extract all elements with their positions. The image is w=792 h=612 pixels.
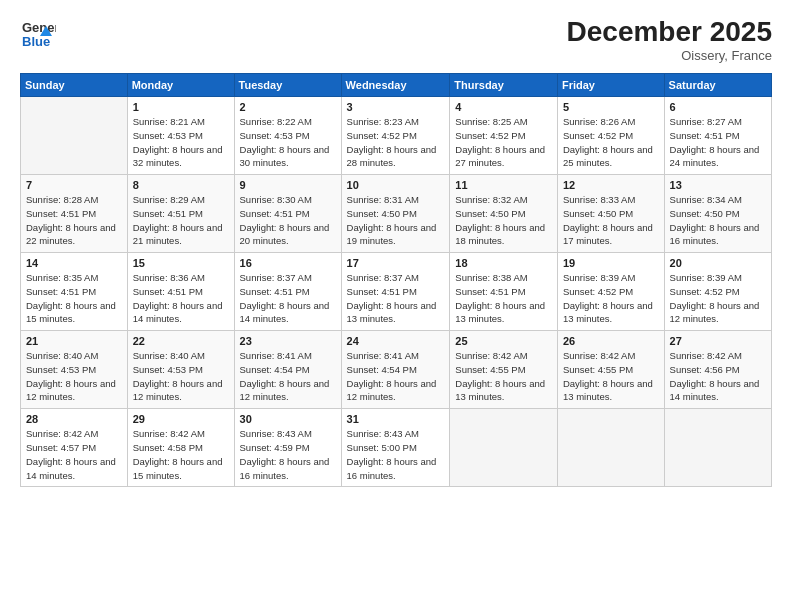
week-row-3: 14Sunrise: 8:35 AMSunset: 4:51 PMDayligh…	[21, 253, 772, 331]
day-number: 21	[26, 335, 122, 347]
day-cell: 5Sunrise: 8:26 AMSunset: 4:52 PMDaylight…	[557, 97, 664, 175]
day-number: 8	[133, 179, 229, 191]
week-row-1: 1Sunrise: 8:21 AMSunset: 4:53 PMDaylight…	[21, 97, 772, 175]
day-cell: 26Sunrise: 8:42 AMSunset: 4:55 PMDayligh…	[557, 331, 664, 409]
day-number: 25	[455, 335, 552, 347]
day-cell: 12Sunrise: 8:33 AMSunset: 4:50 PMDayligh…	[557, 175, 664, 253]
day-cell: 2Sunrise: 8:22 AMSunset: 4:53 PMDaylight…	[234, 97, 341, 175]
day-number: 15	[133, 257, 229, 269]
day-number: 26	[563, 335, 659, 347]
day-header-friday: Friday	[557, 74, 664, 97]
day-detail: Sunrise: 8:42 AMSunset: 4:55 PMDaylight:…	[563, 349, 659, 404]
day-detail: Sunrise: 8:21 AMSunset: 4:53 PMDaylight:…	[133, 115, 229, 170]
day-cell	[450, 409, 558, 487]
day-cell: 15Sunrise: 8:36 AMSunset: 4:51 PMDayligh…	[127, 253, 234, 331]
day-header-thursday: Thursday	[450, 74, 558, 97]
week-row-5: 28Sunrise: 8:42 AMSunset: 4:57 PMDayligh…	[21, 409, 772, 487]
day-detail: Sunrise: 8:40 AMSunset: 4:53 PMDaylight:…	[133, 349, 229, 404]
day-number: 18	[455, 257, 552, 269]
day-detail: Sunrise: 8:43 AMSunset: 5:00 PMDaylight:…	[347, 427, 445, 482]
week-row-2: 7Sunrise: 8:28 AMSunset: 4:51 PMDaylight…	[21, 175, 772, 253]
day-number: 9	[240, 179, 336, 191]
day-number: 28	[26, 413, 122, 425]
logo: General Blue	[20, 16, 56, 52]
day-number: 4	[455, 101, 552, 113]
day-detail: Sunrise: 8:41 AMSunset: 4:54 PMDaylight:…	[240, 349, 336, 404]
day-cell: 23Sunrise: 8:41 AMSunset: 4:54 PMDayligh…	[234, 331, 341, 409]
day-cell	[557, 409, 664, 487]
day-detail: Sunrise: 8:39 AMSunset: 4:52 PMDaylight:…	[563, 271, 659, 326]
day-number: 29	[133, 413, 229, 425]
day-detail: Sunrise: 8:37 AMSunset: 4:51 PMDaylight:…	[347, 271, 445, 326]
day-detail: Sunrise: 8:30 AMSunset: 4:51 PMDaylight:…	[240, 193, 336, 248]
day-number: 12	[563, 179, 659, 191]
day-detail: Sunrise: 8:42 AMSunset: 4:55 PMDaylight:…	[455, 349, 552, 404]
day-number: 14	[26, 257, 122, 269]
day-number: 24	[347, 335, 445, 347]
day-cell: 13Sunrise: 8:34 AMSunset: 4:50 PMDayligh…	[664, 175, 771, 253]
day-number: 11	[455, 179, 552, 191]
day-number: 13	[670, 179, 766, 191]
month-title: December 2025	[567, 16, 772, 48]
days-header-row: SundayMondayTuesdayWednesdayThursdayFrid…	[21, 74, 772, 97]
day-number: 27	[670, 335, 766, 347]
day-number: 20	[670, 257, 766, 269]
day-detail: Sunrise: 8:40 AMSunset: 4:53 PMDaylight:…	[26, 349, 122, 404]
day-cell: 6Sunrise: 8:27 AMSunset: 4:51 PMDaylight…	[664, 97, 771, 175]
logo-icon: General Blue	[20, 16, 56, 52]
day-number: 31	[347, 413, 445, 425]
day-detail: Sunrise: 8:28 AMSunset: 4:51 PMDaylight:…	[26, 193, 122, 248]
day-cell: 8Sunrise: 8:29 AMSunset: 4:51 PMDaylight…	[127, 175, 234, 253]
day-cell: 27Sunrise: 8:42 AMSunset: 4:56 PMDayligh…	[664, 331, 771, 409]
day-number: 10	[347, 179, 445, 191]
day-cell: 20Sunrise: 8:39 AMSunset: 4:52 PMDayligh…	[664, 253, 771, 331]
day-detail: Sunrise: 8:42 AMSunset: 4:58 PMDaylight:…	[133, 427, 229, 482]
day-number: 3	[347, 101, 445, 113]
day-cell: 10Sunrise: 8:31 AMSunset: 4:50 PMDayligh…	[341, 175, 450, 253]
day-number: 5	[563, 101, 659, 113]
day-detail: Sunrise: 8:41 AMSunset: 4:54 PMDaylight:…	[347, 349, 445, 404]
day-number: 1	[133, 101, 229, 113]
day-number: 23	[240, 335, 336, 347]
location: Oissery, France	[567, 48, 772, 63]
day-detail: Sunrise: 8:29 AMSunset: 4:51 PMDaylight:…	[133, 193, 229, 248]
day-cell: 1Sunrise: 8:21 AMSunset: 4:53 PMDaylight…	[127, 97, 234, 175]
day-cell: 4Sunrise: 8:25 AMSunset: 4:52 PMDaylight…	[450, 97, 558, 175]
day-number: 30	[240, 413, 336, 425]
day-detail: Sunrise: 8:25 AMSunset: 4:52 PMDaylight:…	[455, 115, 552, 170]
day-number: 2	[240, 101, 336, 113]
day-cell: 3Sunrise: 8:23 AMSunset: 4:52 PMDaylight…	[341, 97, 450, 175]
day-cell: 9Sunrise: 8:30 AMSunset: 4:51 PMDaylight…	[234, 175, 341, 253]
day-cell: 29Sunrise: 8:42 AMSunset: 4:58 PMDayligh…	[127, 409, 234, 487]
day-detail: Sunrise: 8:22 AMSunset: 4:53 PMDaylight:…	[240, 115, 336, 170]
day-detail: Sunrise: 8:43 AMSunset: 4:59 PMDaylight:…	[240, 427, 336, 482]
day-detail: Sunrise: 8:23 AMSunset: 4:52 PMDaylight:…	[347, 115, 445, 170]
svg-text:General: General	[22, 20, 56, 35]
day-cell: 16Sunrise: 8:37 AMSunset: 4:51 PMDayligh…	[234, 253, 341, 331]
day-header-sunday: Sunday	[21, 74, 128, 97]
day-detail: Sunrise: 8:32 AMSunset: 4:50 PMDaylight:…	[455, 193, 552, 248]
day-detail: Sunrise: 8:31 AMSunset: 4:50 PMDaylight:…	[347, 193, 445, 248]
day-detail: Sunrise: 8:27 AMSunset: 4:51 PMDaylight:…	[670, 115, 766, 170]
title-block: December 2025 Oissery, France	[567, 16, 772, 63]
day-number: 17	[347, 257, 445, 269]
day-cell: 25Sunrise: 8:42 AMSunset: 4:55 PMDayligh…	[450, 331, 558, 409]
day-header-wednesday: Wednesday	[341, 74, 450, 97]
day-cell: 22Sunrise: 8:40 AMSunset: 4:53 PMDayligh…	[127, 331, 234, 409]
day-cell: 11Sunrise: 8:32 AMSunset: 4:50 PMDayligh…	[450, 175, 558, 253]
day-detail: Sunrise: 8:35 AMSunset: 4:51 PMDaylight:…	[26, 271, 122, 326]
day-cell: 7Sunrise: 8:28 AMSunset: 4:51 PMDaylight…	[21, 175, 128, 253]
day-cell: 21Sunrise: 8:40 AMSunset: 4:53 PMDayligh…	[21, 331, 128, 409]
day-number: 6	[670, 101, 766, 113]
day-cell	[21, 97, 128, 175]
day-detail: Sunrise: 8:33 AMSunset: 4:50 PMDaylight:…	[563, 193, 659, 248]
day-detail: Sunrise: 8:26 AMSunset: 4:52 PMDaylight:…	[563, 115, 659, 170]
day-cell: 31Sunrise: 8:43 AMSunset: 5:00 PMDayligh…	[341, 409, 450, 487]
day-detail: Sunrise: 8:38 AMSunset: 4:51 PMDaylight:…	[455, 271, 552, 326]
calendar-table: SundayMondayTuesdayWednesdayThursdayFrid…	[20, 73, 772, 487]
day-cell: 14Sunrise: 8:35 AMSunset: 4:51 PMDayligh…	[21, 253, 128, 331]
day-detail: Sunrise: 8:39 AMSunset: 4:52 PMDaylight:…	[670, 271, 766, 326]
day-cell: 18Sunrise: 8:38 AMSunset: 4:51 PMDayligh…	[450, 253, 558, 331]
day-detail: Sunrise: 8:34 AMSunset: 4:50 PMDaylight:…	[670, 193, 766, 248]
day-cell: 19Sunrise: 8:39 AMSunset: 4:52 PMDayligh…	[557, 253, 664, 331]
